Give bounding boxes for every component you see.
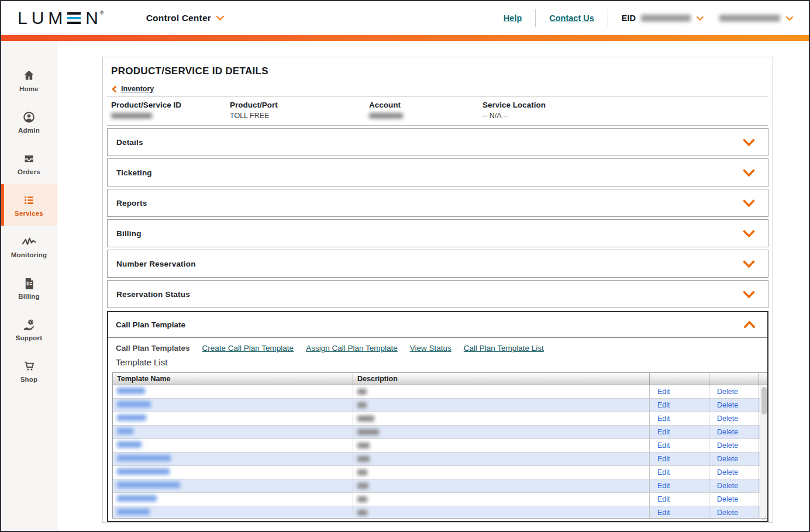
sidebar-item-support[interactable]: Support — [1, 309, 57, 350]
template-name-link-redacted[interactable] — [117, 495, 157, 503]
edit-link[interactable]: Edit — [657, 468, 670, 476]
sidebar-item-orders[interactable]: Orders — [1, 143, 57, 184]
call-plan-template-header[interactable]: Call Plan Template — [108, 312, 767, 338]
table-header-row: Template Name Description — [113, 373, 767, 385]
content-panel: PRODUCT/SERVICE ID DETAILS Inventory Pro… — [102, 57, 773, 523]
chevron-down-icon — [742, 168, 756, 177]
edit-link[interactable]: Edit — [657, 428, 670, 436]
table-row: Edit Delete — [113, 412, 760, 426]
delete-link[interactable]: Delete — [717, 441, 738, 450]
sidebar-item-label: Shop — [20, 376, 38, 383]
table-body: Edit Delete Edit Delete Edit Delete Edit… — [113, 385, 767, 519]
delete-link[interactable]: Delete — [717, 509, 738, 517]
assign-call-plan-template-link[interactable]: Assign Call Plan Template — [306, 344, 398, 353]
edit-link[interactable]: Edit — [657, 455, 670, 463]
template-name-link-redacted[interactable] — [117, 509, 150, 517]
delete-link[interactable]: Delete — [717, 495, 738, 503]
table-row: Edit Delete — [113, 399, 760, 412]
sidebar-item-shop[interactable]: Shop — [1, 350, 57, 392]
call-plan-template-list-link[interactable]: Call Plan Template List — [464, 344, 544, 353]
template-name-link-redacted[interactable] — [117, 401, 151, 409]
redacted-value — [369, 113, 403, 119]
col-header-edit — [650, 373, 709, 385]
description-redacted — [357, 496, 367, 502]
sidebar-item-monitoring[interactable]: Monitoring — [1, 226, 57, 267]
chevron-down-icon — [696, 16, 704, 21]
delete-link[interactable]: Delete — [717, 414, 738, 423]
field-label: Account — [369, 101, 482, 109]
chevron-down-icon — [742, 290, 756, 299]
description-redacted — [357, 456, 370, 462]
edit-link[interactable]: Edit — [657, 401, 670, 409]
sidebar-item-home[interactable]: Home — [1, 60, 57, 101]
sidebar-item-label: Services — [15, 210, 43, 217]
section-ticketing[interactable]: Ticketing — [107, 158, 768, 186]
sidebar-item-services[interactable]: Services — [1, 184, 57, 226]
section-label: Details — [116, 138, 143, 147]
template-name-link-redacted[interactable] — [117, 441, 142, 450]
sidebar-item-admin[interactable]: Admin — [1, 101, 57, 143]
edit-link[interactable]: Edit — [657, 495, 670, 503]
lumen-logo[interactable]: LUM N ® — [18, 8, 104, 28]
help-link[interactable]: Help — [504, 13, 522, 23]
user-menu[interactable] — [719, 15, 794, 22]
divider — [608, 9, 608, 27]
scrollbar-thumb[interactable] — [761, 387, 767, 414]
section-reports[interactable]: Reports — [107, 189, 768, 217]
delete-link[interactable]: Delete — [717, 482, 738, 490]
orders-tray-icon — [22, 151, 37, 165]
field-label: Product/Service ID — [111, 101, 230, 109]
template-name-link-redacted[interactable] — [117, 428, 133, 436]
edit-link[interactable]: Edit — [657, 482, 670, 490]
summary-field-account: Account — [369, 101, 482, 120]
section-details[interactable]: Details — [107, 128, 768, 156]
section-billing[interactable]: Billing — [107, 219, 768, 247]
call-plan-template-body: Call Plan Templates Create Call Plan Tem… — [108, 338, 767, 519]
vertical-scrollbar[interactable] — [760, 386, 767, 518]
template-name-link-redacted[interactable] — [117, 482, 180, 490]
page: LUM N ® Control Center Help Contact Us E… — [0, 0, 810, 532]
eid-selector[interactable]: EID — [622, 13, 704, 23]
description-redacted — [357, 429, 379, 435]
accordion-sections: Details Ticketing Reports Billing Number… — [107, 128, 768, 308]
template-name-link-redacted[interactable] — [117, 388, 145, 396]
delete-link[interactable]: Delete — [717, 388, 738, 396]
template-name-link-redacted[interactable] — [117, 468, 170, 476]
section-label: Ticketing — [116, 168, 152, 177]
template-name-link-redacted[interactable] — [117, 455, 171, 463]
inventory-back-link[interactable]: Inventory — [121, 85, 154, 93]
section-number-reservation[interactable]: Number Reservation — [107, 250, 768, 278]
create-call-plan-template-link[interactable]: Create Call Plan Template — [202, 344, 294, 353]
sidebar-item-billing[interactable]: $ Billing — [1, 267, 57, 309]
section-reservation-status[interactable]: Reservation Status — [107, 280, 768, 308]
username-redacted — [719, 15, 780, 22]
delete-link[interactable]: Delete — [717, 428, 738, 436]
chevron-down-icon — [216, 15, 225, 21]
section-label: Reservation Status — [116, 290, 190, 299]
lumen-e-glyph-icon — [67, 12, 81, 24]
col-header-description: Description — [353, 373, 650, 385]
delete-link[interactable]: Delete — [717, 455, 738, 463]
view-status-link[interactable]: View Status — [410, 344, 451, 353]
chevron-down-icon — [742, 260, 756, 268]
edit-link[interactable]: Edit — [657, 414, 670, 423]
edit-link[interactable]: Edit — [657, 509, 670, 517]
registered-trademark: ® — [100, 10, 104, 16]
toolbar-label: Call Plan Templates — [116, 344, 190, 353]
table-row: Edit Delete — [113, 493, 760, 506]
description-redacted — [357, 416, 374, 422]
summary-field-product-port: Product/Port TOLL FREE — [230, 101, 369, 120]
edit-link[interactable]: Edit — [657, 441, 670, 450]
edit-link[interactable]: Edit — [657, 388, 670, 396]
sidebar-item-label: Billing — [18, 293, 40, 300]
chevron-up-icon — [743, 320, 756, 329]
delete-link[interactable]: Delete — [717, 401, 738, 409]
table-row: Edit Delete — [113, 479, 760, 493]
delete-link[interactable]: Delete — [717, 468, 738, 476]
resize-corner-icon — [761, 514, 767, 520]
control-center-menu[interactable]: Control Center — [146, 13, 225, 23]
template-name-link-redacted[interactable] — [117, 414, 146, 423]
contact-us-link[interactable]: Contact Us — [549, 13, 594, 23]
section-call-plan-template: Call Plan Template Call Plan Templates C… — [107, 311, 768, 522]
field-label: Service Location — [482, 101, 546, 109]
